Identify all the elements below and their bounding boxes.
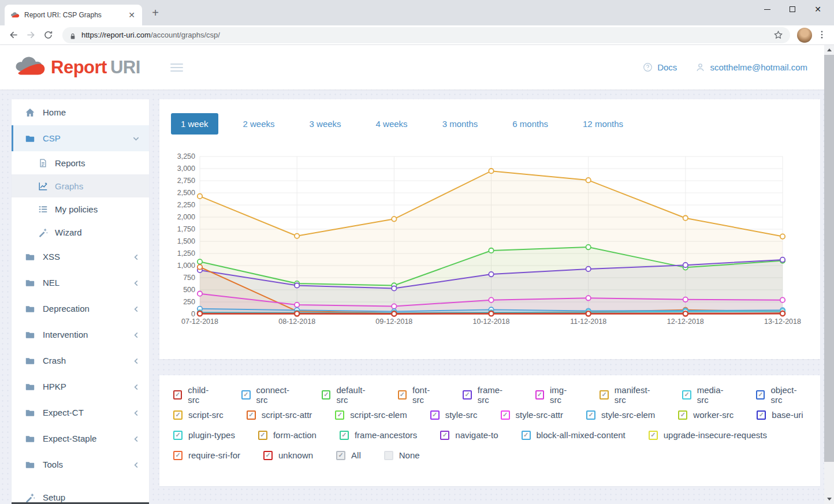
legend-checkbox-none[interactable]	[384, 451, 393, 460]
browser-tab[interactable]: Report URI: CSP Graphs ✕	[5, 5, 142, 25]
range-tab-2-weeks[interactable]: 2 weeks	[233, 113, 285, 135]
sidebar-item-deprecation[interactable]: Deprecation	[12, 296, 149, 322]
window-close-button[interactable]: ✕	[805, 0, 831, 18]
sidebar-item-graphs[interactable]: Graphs	[12, 174, 149, 197]
legend-item-style-src[interactable]: ✓style-src	[430, 410, 478, 420]
sidebar-item-setup[interactable]: Setup	[12, 484, 149, 504]
sidebar-item-wizard[interactable]: Wizard	[12, 221, 149, 244]
tab-close-icon[interactable]: ✕	[127, 10, 136, 20]
legend-item-connect-src[interactable]: ✓connect-src	[241, 385, 299, 405]
back-button-icon[interactable]	[6, 28, 21, 43]
legend-checkbox-plugin-types[interactable]: ✓	[173, 431, 183, 440]
legend-checkbox-block-all-mixed-content[interactable]: ✓	[522, 431, 531, 440]
legend-item-block-all-mixed-content[interactable]: ✓block-all-mixed-content	[522, 430, 626, 440]
legend-item-all[interactable]: ✓All	[336, 450, 361, 460]
forward-button-icon[interactable]	[23, 28, 38, 43]
legend-item-manifest-src[interactable]: ✓manifest-src	[600, 385, 659, 405]
legend-item-none[interactable]: None	[384, 450, 420, 460]
legend-item-plugin-types[interactable]: ✓plugin-types	[173, 430, 235, 440]
legend-checkbox-all[interactable]: ✓	[336, 451, 345, 460]
chevron-left-icon	[132, 357, 140, 364]
browser-profile-avatar[interactable]	[797, 28, 812, 43]
range-tab-3-months[interactable]: 3 months	[433, 113, 488, 135]
legend-checkbox-style-src-attr[interactable]: ✓	[501, 410, 510, 420]
range-tab-1-week[interactable]: 1 week	[171, 113, 218, 135]
legend-label: navigate-to	[455, 430, 498, 440]
legend-item-font-src[interactable]: ✓font-src	[398, 385, 440, 405]
legend-checkbox-script-src-attr[interactable]: ✓	[247, 410, 256, 420]
legend-item-form-action[interactable]: ✓form-action	[258, 430, 317, 440]
legend-checkbox-media-src[interactable]: ✓	[682, 390, 691, 400]
refresh-button-icon[interactable]	[40, 28, 55, 43]
sidebar-item-intervention[interactable]: Intervention	[12, 322, 149, 348]
legend-checkbox-navigate-to[interactable]: ✓	[440, 431, 449, 440]
browser-menu-icon[interactable]	[817, 29, 828, 41]
account-link[interactable]: scotthelme@hotmail.com	[695, 62, 807, 72]
legend-item-worker-src[interactable]: ✓worker-src	[678, 410, 734, 420]
sidebar-item-reports[interactable]: Reports	[12, 151, 149, 174]
legend-item-unknown[interactable]: ✓unknown	[263, 450, 313, 460]
sidebar-item-csp[interactable]: CSP	[12, 125, 149, 151]
legend-checkbox-object-src[interactable]: ✓	[756, 390, 765, 400]
legend-checkbox-form-action[interactable]: ✓	[258, 431, 267, 440]
legend-checkbox-upgrade-insecure-requests[interactable]: ✓	[649, 431, 658, 440]
sidebar-item-expect-ct[interactable]: Expect-CT	[12, 400, 149, 425]
sidebar-item-xss[interactable]: XSS	[12, 244, 149, 270]
legend-checkbox-font-src[interactable]: ✓	[398, 390, 407, 400]
bookmark-star-icon[interactable]	[773, 30, 783, 40]
scrollbar-thumb[interactable]	[824, 55, 834, 462]
legend-checkbox-base-uri[interactable]: ✓	[757, 410, 766, 420]
range-tab-4-weeks[interactable]: 4 weeks	[366, 113, 418, 135]
legend-checkbox-script-src[interactable]: ✓	[173, 410, 183, 420]
sidebar-item-crash[interactable]: Crash	[12, 348, 149, 374]
legend-item-style-src-attr[interactable]: ✓style-src-attr	[501, 410, 564, 420]
range-tab-6-months[interactable]: 6 months	[502, 113, 558, 135]
legend-checkbox-default-src[interactable]: ✓	[322, 390, 330, 400]
legend-item-frame-ancestors[interactable]: ✓frame-ancestors	[340, 430, 417, 440]
sidebar-item-tools[interactable]: Tools	[12, 451, 149, 477]
sidebar-item-expect-staple[interactable]: Expect-Staple	[12, 425, 149, 451]
scrollbar-up-arrow[interactable]	[824, 45, 834, 55]
legend-item-navigate-to[interactable]: ✓navigate-to	[440, 430, 498, 440]
legend-item-require-sri-for[interactable]: ✓require-sri-for	[173, 450, 240, 460]
legend-item-frame-src[interactable]: ✓frame-src	[463, 385, 512, 405]
legend-checkbox-frame-ancestors[interactable]: ✓	[340, 431, 349, 440]
folder-icon	[25, 382, 35, 392]
legend-item-script-src-elem[interactable]: ✓script-src-elem	[335, 410, 407, 420]
report-uri-logo[interactable]: ReportURI	[14, 55, 140, 80]
legend-item-style-src-elem[interactable]: ✓style-src-elem	[586, 410, 655, 420]
range-tab-3-weeks[interactable]: 3 weeks	[300, 113, 351, 135]
legend-checkbox-connect-src[interactable]: ✓	[241, 390, 250, 400]
legend-item-img-src[interactable]: ✓img-src	[535, 385, 577, 405]
address-bar[interactable]: https://report-uri.com/account/graphs/cs…	[62, 27, 790, 43]
docs-link[interactable]: Docs	[643, 62, 677, 72]
legend-checkbox-style-src-elem[interactable]: ✓	[586, 410, 595, 420]
legend-item-child-src[interactable]: ✓child-src	[173, 385, 218, 405]
legend-item-base-uri[interactable]: ✓base-uri	[757, 410, 803, 420]
window-maximize-button[interactable]	[780, 0, 805, 18]
legend-checkbox-worker-src[interactable]: ✓	[678, 410, 687, 420]
legend-checkbox-style-src[interactable]: ✓	[430, 410, 440, 420]
legend-checkbox-frame-src[interactable]: ✓	[463, 390, 471, 400]
legend-item-upgrade-insecure-requests[interactable]: ✓upgrade-insecure-requests	[649, 430, 767, 440]
sidebar-item-home[interactable]: Home	[12, 99, 149, 125]
window-minimize-button[interactable]	[754, 0, 780, 18]
scrollbar-down-arrow[interactable]	[824, 494, 834, 504]
sidebar-item-nel[interactable]: NEL	[12, 270, 149, 296]
legend-checkbox-manifest-src[interactable]: ✓	[600, 390, 608, 400]
legend-item-media-src[interactable]: ✓media-src	[682, 385, 733, 405]
legend-item-object-src[interactable]: ✓object-src	[756, 385, 806, 405]
new-tab-button[interactable]: +	[148, 5, 163, 20]
legend-item-default-src[interactable]: ✓default-src	[322, 385, 375, 405]
legend-item-script-src-attr[interactable]: ✓script-src-attr	[247, 410, 312, 420]
sidebar-item-my-policies[interactable]: My policies	[12, 197, 149, 221]
legend-checkbox-require-sri-for[interactable]: ✓	[173, 451, 183, 460]
menu-toggle-icon[interactable]	[168, 61, 185, 74]
legend-checkbox-script-src-elem[interactable]: ✓	[335, 410, 344, 420]
legend-checkbox-child-src[interactable]: ✓	[173, 390, 182, 400]
legend-checkbox-img-src[interactable]: ✓	[535, 390, 544, 400]
legend-item-script-src[interactable]: ✓script-src	[173, 410, 224, 420]
range-tab-12-months[interactable]: 12 months	[573, 113, 633, 135]
legend-checkbox-unknown[interactable]: ✓	[263, 451, 273, 460]
sidebar-item-hpkp[interactable]: HPKP	[12, 374, 149, 400]
